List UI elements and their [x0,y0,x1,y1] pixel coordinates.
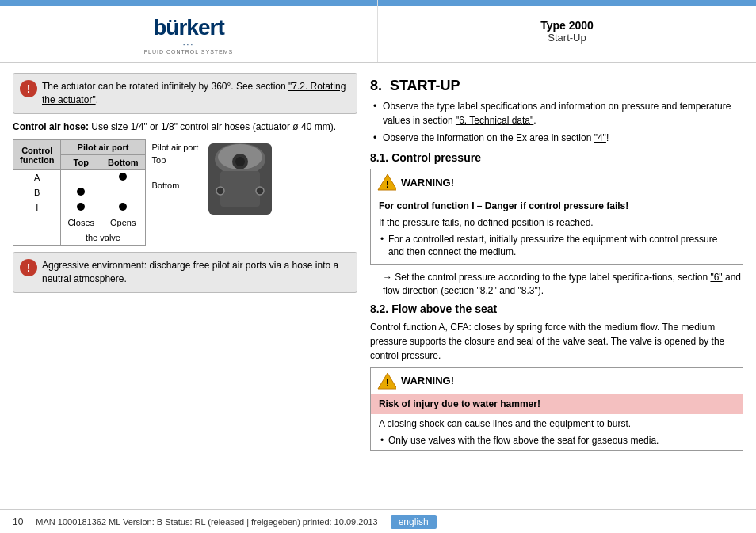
info-text-end: . [96,94,98,105]
dot [119,173,127,181]
obs1-text: Observe the type label specifications an… [383,101,731,126]
svg-point-6 [216,187,224,195]
info-box-rotate: ! The actuator can be rotated infinitely… [13,73,357,114]
footer-page: 10 [13,516,23,527]
warning-bullet-2: • Only use valves with the flow above th… [379,434,735,447]
aggr-text: Aggressive environment: discharge free p… [42,259,350,286]
table-row: I [13,200,146,215]
valve-svg [204,139,276,219]
triangle-icon: ! [377,173,396,192]
warning-pink-bar: Risk of injury due to water hammer! [371,394,743,414]
dot [77,203,85,211]
main-content: ! The actuator can be rotated infinitely… [0,63,756,509]
col-bottom: Bottom [101,155,146,170]
i-bottom [101,200,146,215]
control-hose-body: Use size 1/4" or 1/8" control air hoses … [89,121,336,132]
logo-sub: FLUID CONTROL SYSTEMS [144,49,234,55]
opens-label: Opens [101,215,146,230]
b-bottom [101,185,146,200]
warning-bold-1: For control function I – Danger if contr… [379,200,735,213]
warning-body-1: For control function I – Danger if contr… [371,195,743,264]
pilot-table: Controlfunction Pilot air port Top Botto… [13,139,146,246]
header: bürkert ··· FLUID CONTROL SYSTEMS Type 2… [0,0,756,63]
sub1-title: 8.1. Control pressure [370,151,743,164]
arrow-mid2: and [497,285,518,296]
svg-point-5 [235,157,245,166]
sub1-number: 8.1. [370,151,388,164]
warning-header-1: ! WARNING! [371,169,743,195]
obs1-link: "6. Technical data" [456,115,533,126]
header-subtitle: Start-Up [548,32,586,44]
warning-text-2: A closing shock can cause lines and the … [379,417,735,431]
table-row: B [13,185,146,200]
right-column: 8. START-UP Observe the type label speci… [370,73,743,500]
section-title: 8. START-UP [370,78,743,94]
header-right: Type 2000 Start-Up [378,0,756,62]
svg-text:!: ! [386,178,389,190]
observe-section: Observe the type label specifications an… [370,99,743,145]
footer-meta: MAN 1000181362 ML Version: B Status: RL … [36,517,377,527]
b-top [61,185,101,200]
empty-cell [13,215,61,230]
func-i: I [13,200,61,215]
arrow-text: Set the control pressure according to th… [395,272,710,283]
closes-label: Closes [61,215,101,230]
dot [119,203,127,211]
warning-body-2: A closing shock can cause lines and the … [371,414,743,451]
func-a: A [13,170,61,185]
logo-dots: ··· [183,40,194,49]
info-text-1: The actuator can be rotated infinitely b… [42,80,350,107]
obs2-text: Observe the information on the Ex area i… [383,132,594,143]
arrow-link3: "8.3" [518,285,538,296]
a-top [61,170,101,185]
arrow-link1: "6" [710,272,722,283]
col-control-function: Controlfunction [13,140,61,170]
top-label: Top [152,155,199,165]
warning-box-2: ! WARNING! Risk of injury due to water h… [370,367,743,451]
warning-text-1: If the pressure fails, no defined positi… [379,216,735,230]
func-b: B [13,185,61,200]
empty-cell2 [13,230,61,246]
svg-text:!: ! [386,377,389,389]
left-column: ! The actuator can be rotated infinitely… [13,73,357,500]
control-hose-label: Control air hose: [13,121,89,132]
logo-text: bürkert [153,15,223,40]
dot [77,188,85,196]
footer: 10 MAN 1000181362 ML Version: B Status: … [0,509,756,533]
obs1-end: . [533,115,536,126]
warning-icon-2: ! [377,371,396,390]
control-hose-section: Control air hose: Use size 1/4" or 1/8" … [13,120,357,134]
table-row: A [13,170,146,185]
table-row-labels: Closes Opens [13,215,146,230]
pilot-labels-col: Pilot air port Top Bottom [152,139,199,246]
observe-list: Observe the type label specifications an… [370,99,743,145]
type-label: Type 2000 [540,19,594,32]
section-heading: START-UP [390,78,460,93]
warning-pink-text: Risk of injury due to water hammer! [379,398,540,409]
table-row-valve: the valve [13,230,146,246]
warning-box-1: ! WARNING! For control function I – Dang… [370,169,743,265]
info-icon-1: ! [20,80,37,97]
arrow-end: ). [538,285,544,296]
warning-label-1: WARNING! [401,177,454,188]
sub1-heading: Control pressure [391,151,481,164]
arrow-note: Set the control pressure according to th… [370,271,743,298]
logo-area: bürkert ··· FLUID CONTROL SYSTEMS [144,7,234,55]
aggr-box: ! Aggressive environment: discharge free… [13,252,357,293]
warning-label-2: WARNING! [401,375,454,386]
warning-bullet-text-2: Only use valves with the flow above the … [388,435,659,446]
col-top: Top [61,155,101,170]
triangle-icon-2: ! [377,371,396,390]
section-number: 8. [370,78,382,93]
control-hose-text: Control air hose: Use size 1/4" or 1/8" … [13,120,357,134]
sub2-body: Control function A, CFA: closes by sprin… [370,320,743,363]
bottom-label: Bottom [152,181,199,190]
svg-point-7 [256,187,264,195]
footer-lang: english [391,515,437,529]
table-section: Controlfunction Pilot air port Top Botto… [13,139,357,246]
sub2-title: 8.2. Flow above the seat [370,303,743,315]
info-text-main: The actuator can be rotated infinitely b… [42,81,288,92]
valve-image-area [204,139,276,219]
warning-header-2: ! WARNING! [371,368,743,394]
info-icon-2: ! [20,259,37,276]
